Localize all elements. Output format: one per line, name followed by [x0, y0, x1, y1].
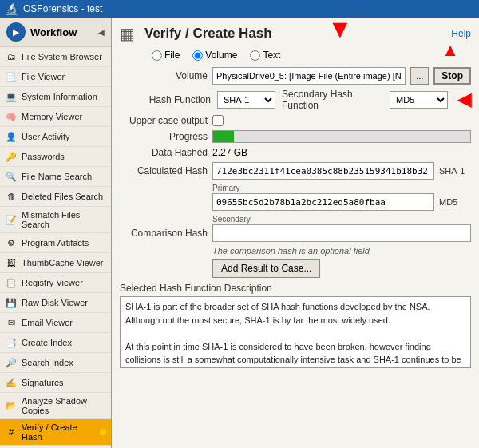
sidebar-item-file-viewer[interactable]: 📄 File Viewer — [0, 67, 111, 87]
registry-viewer-icon: 📋 — [5, 276, 18, 289]
sidebar-item-label: Verify / Create Hash — [22, 422, 96, 442]
upper-case-checkbox[interactable] — [212, 115, 224, 126]
search-index-icon: 🔎 — [5, 356, 18, 369]
radio-file-input[interactable] — [152, 50, 162, 61]
sidebar-item-label: ThumbCache Viewer — [22, 258, 104, 268]
verify-create-hash-icon: # — [5, 426, 18, 438]
page-header: ▦ Verify / Create Hash ▼ Help — [120, 24, 471, 43]
primary-hash-tag: SHA-1 — [439, 166, 471, 176]
workflow-icon: ▶ — [6, 22, 26, 42]
help-link[interactable]: Help — [451, 28, 471, 39]
sidebar-item-label: Search Index — [22, 358, 73, 367]
workflow-header[interactable]: ▶ Workflow ◀ — [0, 18, 111, 47]
passwords-icon: 🔑 — [5, 150, 18, 163]
radio-text-input[interactable] — [250, 50, 260, 61]
arrow-left-indicator: ◀ — [457, 91, 471, 109]
file-viewer-icon: 📄 — [5, 70, 18, 83]
radio-file[interactable]: File — [152, 50, 180, 61]
sidebar-item-analyze-shadow-copies[interactable]: 📂 Analyze Shadow Copies — [0, 393, 111, 419]
description-label: Selected Hash Function Description — [120, 283, 471, 294]
barcode-icon: ▦ — [120, 24, 135, 43]
sidebar-item-label: User Activity — [22, 132, 70, 141]
sidebar-item-raw-disk-viewer[interactable]: 💾 Raw Disk Viewer — [0, 293, 111, 313]
sidebar: ▶ Workflow ◀ 🗂 File System Browser 📄 Fil… — [0, 18, 112, 448]
hash-function-select[interactable]: SHA-1 MD5 SHA-256 — [217, 91, 275, 109]
volume-input[interactable] — [212, 67, 406, 85]
signatures-icon: ✍ — [5, 376, 18, 389]
memory-viewer-icon: 🧠 — [5, 110, 18, 123]
comparison-hash-label: Comparison Hash — [120, 228, 208, 239]
calculated-hash-secondary-input[interactable] — [212, 193, 434, 211]
collapse-arrow-icon: ◀ — [98, 28, 105, 37]
volume-browse-button[interactable]: ... — [410, 67, 429, 85]
volume-label: Volume — [120, 70, 208, 81]
secondary-sub-label: Secondary — [120, 215, 471, 224]
deleted-files-search-icon: 🗑 — [5, 190, 18, 203]
content-area: ▦ Verify / Create Hash ▼ Help File Volum… — [112, 18, 479, 448]
sidebar-item-passwords[interactable]: 🔑 Passwords — [0, 147, 111, 167]
sidebar-item-verify-create-hash[interactable]: # Verify / Create Hash — [0, 419, 111, 446]
sidebar-item-signatures[interactable]: ✍ Signatures — [0, 373, 111, 393]
radio-row: File Volume Text — [120, 50, 471, 61]
title-bar: 🔬 OSForensics - test — [0, 0, 479, 18]
comparison-hash-row: Comparison Hash — [120, 224, 471, 242]
sidebar-item-search-index[interactable]: 🔎 Search Index — [0, 353, 111, 373]
data-hashed-row: Data Hashed 2.27 GB — [120, 147, 471, 158]
calculated-hash-label: Calculated Hash — [120, 165, 208, 176]
secondary-hash-select[interactable]: MD5 SHA-1 SHA-256 — [390, 91, 448, 109]
calculated-hash-primary-input[interactable] — [212, 162, 434, 180]
sidebar-item-mismatch-files-search[interactable]: 📝 Mismatch Files Search — [0, 207, 111, 233]
sidebar-item-deleted-files-search[interactable]: 🗑 Deleted Files Search — [0, 187, 111, 207]
file-name-search-icon: 🔍 — [5, 170, 18, 183]
sidebar-item-system-information[interactable]: 💻 System Information — [0, 87, 111, 107]
sidebar-item-file-system-browser[interactable]: 🗂 File System Browser — [0, 47, 111, 67]
progress-bar-container — [212, 130, 471, 143]
data-hashed-value: 2.27 GB — [212, 147, 247, 158]
calculated-hash-row: Calculated Hash SHA-1 — [120, 162, 471, 180]
secondary-hash-tag: MD5 — [439, 197, 471, 207]
progress-bar-fill — [213, 131, 234, 142]
page-title-row: ▦ Verify / Create Hash — [120, 24, 272, 43]
upper-case-row: Upper case output — [120, 115, 471, 126]
radio-volume-input[interactable] — [192, 50, 203, 61]
progress-row: Progress — [120, 130, 471, 143]
description-box: SHA-1 is part of the broader set of SHA … — [120, 296, 471, 368]
system-information-icon: 💻 — [5, 90, 18, 103]
create-index-icon: 📑 — [5, 336, 18, 349]
title-bar-label: OSForensics - test — [23, 3, 102, 14]
sidebar-item-label: File Viewer — [22, 72, 65, 81]
sidebar-item-registry-viewer[interactable]: 📋 Registry Viewer — [0, 273, 111, 293]
thumbcache-viewer-icon: 🖼 — [5, 256, 18, 269]
data-hashed-label: Data Hashed — [120, 147, 208, 158]
sidebar-item-label: Program Artifacts — [22, 238, 89, 248]
sidebar-item-create-index[interactable]: 📑 Create Index — [0, 333, 111, 353]
primary-sub-label: Primary — [120, 184, 471, 192]
program-artifacts-icon: ⚙ — [5, 236, 18, 249]
raw-disk-viewer-icon: 💾 — [5, 296, 18, 309]
hash-function-row: Hash Function SHA-1 MD5 SHA-256 Secondar… — [120, 89, 471, 111]
upper-case-label: Upper case output — [120, 115, 208, 126]
sidebar-item-label: Create Index — [22, 338, 72, 347]
comparison-hash-input[interactable] — [212, 224, 471, 242]
workflow-title: Workflow — [30, 26, 77, 38]
active-dot — [100, 429, 106, 435]
secondary-hash-label: Secondary Hash Function — [282, 89, 383, 111]
sidebar-item-memory-viewer[interactable]: 🧠 Memory Viewer — [0, 107, 111, 127]
arrow-down-indicator: ▼ — [327, 18, 353, 42]
calculated-hash-secondary-row: MD5 — [120, 193, 471, 211]
radio-text[interactable]: Text — [250, 50, 280, 61]
sidebar-item-thumbcache-viewer[interactable]: 🖼 ThumbCache Viewer — [0, 253, 111, 273]
progress-label: Progress — [120, 131, 208, 142]
sidebar-item-email-viewer[interactable]: ✉ Email Viewer — [0, 313, 111, 333]
sidebar-item-label: Passwords — [22, 152, 65, 161]
sidebar-item-file-name-search[interactable]: 🔍 File Name Search — [0, 167, 111, 187]
hash-function-label: Hash Function — [123, 94, 211, 105]
sidebar-item-user-activity[interactable]: 👤 User Activity — [0, 127, 111, 147]
add-result-button[interactable]: Add Result to Case... — [212, 259, 320, 278]
stop-button[interactable]: Stop — [433, 67, 471, 85]
sidebar-item-label: Analyze Shadow Copies — [22, 396, 106, 415]
sidebar-item-label: Signatures — [22, 378, 64, 387]
file-system-browser-icon: 🗂 — [5, 50, 18, 63]
radio-volume[interactable]: Volume — [192, 50, 237, 61]
sidebar-item-program-artifacts[interactable]: ⚙ Program Artifacts — [0, 233, 111, 253]
